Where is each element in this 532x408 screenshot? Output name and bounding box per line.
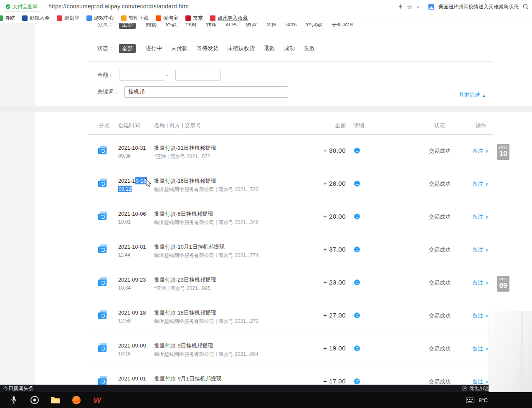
detail-icon[interactable]	[354, 280, 360, 285]
row-time: 12:58	[118, 318, 146, 324]
bookmark-item[interactable]: 京东	[185, 15, 203, 22]
transfer-withdraw-icon	[98, 179, 108, 189]
status-label: 状态：	[97, 45, 114, 52]
category-option[interactable]: 理财	[186, 23, 197, 28]
remark-link[interactable]: 备注	[472, 378, 488, 385]
row-status: 交易成功	[426, 213, 454, 221]
col-header-status: 状态	[434, 122, 445, 129]
status-option[interactable]: 未确认收货	[228, 45, 255, 52]
status-option[interactable]: 进行中	[146, 45, 162, 52]
category-option[interactable]: 还贷款	[306, 23, 322, 28]
hot-search-text[interactable]: 美国纽约州因疫情进入灾难紧急状态	[438, 3, 519, 10]
row-date: 2021-09-01	[118, 375, 146, 382]
row-name-cell: 批量付款-18日挂机邦提现 临沂超钱网络服务有限公司 | 流水号 2021...…	[154, 310, 258, 324]
remark-link[interactable]: 备注	[472, 312, 488, 320]
row-party-txn: 临沂超钱网络服务有限公司 | 流水号 2021...723	[154, 186, 258, 192]
microphone-icon[interactable]	[8, 395, 19, 405]
detail-icon[interactable]	[354, 181, 360, 186]
amount-label: 金额：	[97, 71, 114, 79]
news-headline-link[interactable]: 今日新闻头条	[3, 385, 33, 392]
row-time: 09:36	[118, 153, 146, 159]
detail-icon[interactable]	[354, 312, 360, 318]
detail-icon[interactable]	[354, 247, 360, 252]
badge-month: 09	[497, 282, 509, 290]
circular-app-icon[interactable]	[29, 395, 40, 405]
row-created-cell: 2021-09-01	[118, 375, 146, 384]
remark-link[interactable]: 备注	[472, 147, 488, 155]
transaction-list: 2021-10-31 09:36 批量付款-31日挂机邦提现 *亚坤 | 流水号…	[0, 134, 532, 385]
orange-app-icon[interactable]	[71, 395, 82, 405]
row-title: 批量付款-31日挂机邦提现	[154, 145, 216, 151]
file-explorer-icon[interactable]	[50, 395, 61, 405]
badge-month: 10	[497, 150, 509, 158]
table-row: 2021-10-16 09:12 批量付款-16日挂机邦提现 临沂超钱网络服务有…	[0, 167, 532, 200]
bookmark-favicon	[156, 15, 161, 21]
remark-link[interactable]: 备注	[472, 279, 488, 287]
row-status: 交易成功	[426, 345, 454, 353]
chevron-down-icon[interactable]: ∨	[417, 5, 420, 9]
category-option[interactable]: 缴费	[246, 23, 257, 28]
site-security-badge[interactable]: 支付宝官网	[2, 2, 41, 12]
col-header-created: 创建时间	[118, 122, 140, 129]
col-header-amount: 金额	[322, 122, 346, 129]
row-amount: + 28.00	[300, 180, 346, 187]
category-option[interactable]: 提现	[286, 23, 297, 28]
category-option[interactable]: 手机充值	[332, 23, 353, 28]
transfer-withdraw-icon	[98, 310, 108, 321]
basic-filter-toggle[interactable]: 基本筛选	[459, 91, 486, 99]
amount-min-input[interactable]	[119, 70, 164, 81]
remark-link[interactable]: 备注	[472, 180, 488, 188]
wps-office-icon[interactable]: W	[92, 395, 103, 405]
row-amount: + 37.00	[300, 246, 346, 253]
bookmark-item[interactable]: 导航	[0, 15, 15, 22]
category-option[interactable]: 还款	[166, 23, 177, 28]
row-amount: + 19.00	[300, 345, 346, 352]
flash-speed-icon[interactable]	[398, 4, 403, 10]
bookmark-item[interactable]: 爱淘宝	[156, 15, 178, 22]
weather-temperature[interactable]: 8°C	[479, 397, 488, 403]
row-party-txn: 临沂超钱网络服务有限公司 | 流水号 2021...774	[154, 252, 258, 258]
bookmark-item[interactable]: 游戏中心	[86, 15, 114, 22]
filter-divider	[88, 61, 493, 62]
transfer-withdraw-icon	[98, 343, 108, 354]
status-option[interactable]: 未付款	[171, 45, 187, 52]
remark-link[interactable]: 备注	[472, 246, 488, 254]
touch-keyboard-icon[interactable]	[466, 398, 474, 403]
webcam-overlay	[489, 311, 532, 392]
bookmark-favicon	[121, 15, 127, 21]
status-option[interactable]: 成功	[284, 45, 295, 52]
category-option[interactable]: 红包	[226, 23, 237, 28]
bookmark-item[interactable]: 软件下载	[121, 15, 149, 22]
row-created-cell: 2021-10-16 09:12	[118, 178, 147, 192]
keyword-input[interactable]	[124, 86, 288, 98]
category-selected-all[interactable]: 全部	[119, 23, 136, 29]
status-option[interactable]: 失败	[304, 45, 315, 52]
hot-news-icon	[428, 4, 434, 10]
row-title: 批量付款-9月1日挂机邦提现	[154, 375, 222, 382]
status-option[interactable]: 等待发货	[197, 45, 218, 52]
status-selected-all[interactable]: 全部	[119, 44, 136, 53]
amount-max-input[interactable]	[175, 70, 220, 81]
col-header-name-party-txn: 名称 | 对方 | 交易号	[154, 122, 201, 129]
url-bar[interactable]: https://consumeprod.alipay.com/record/st…	[48, 3, 189, 10]
remark-link[interactable]: 备注	[472, 345, 488, 353]
detail-icon[interactable]	[354, 345, 360, 351]
badge-year: 2021	[497, 277, 509, 282]
category-option[interactable]: 转账	[206, 23, 217, 28]
bookmark-favicon	[0, 15, 3, 21]
booster-link[interactable]: 优化加速	[462, 385, 489, 392]
search-icon[interactable]	[523, 4, 529, 10]
bookmark-item[interactable]: 影视大全	[22, 15, 50, 22]
detail-icon[interactable]	[354, 148, 360, 154]
detail-icon[interactable]	[354, 378, 360, 384]
detail-icon[interactable]	[354, 214, 360, 219]
status-option[interactable]: 退款	[264, 45, 275, 52]
category-option[interactable]: 充值	[266, 23, 277, 28]
category-option[interactable]: 购物	[146, 23, 157, 28]
row-name-cell: 批量付款-23日挂机邦提现 *亚坤 | 流水号 2021...995	[154, 277, 216, 291]
remark-link[interactable]: 备注	[472, 213, 488, 221]
category-filter-row: 分类： 全部 购物还款理财转账红包缴费充值提现还贷款手机充值	[0, 23, 532, 31]
favorite-star-icon[interactable]: ☆	[407, 4, 412, 10]
bookmark-item[interactable]: 聚划算	[57, 15, 79, 22]
bookmark-item[interactable]: 点此导入收藏	[210, 15, 248, 22]
